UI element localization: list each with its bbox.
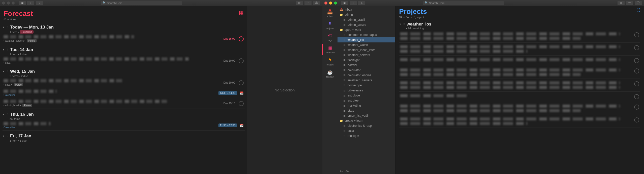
add-button[interactable]: + xyxy=(27,1,34,5)
status-circle[interactable] xyxy=(239,80,244,85)
add-button[interactable]: + xyxy=(350,1,357,5)
add-icon[interactable]: +▾ xyxy=(340,169,343,173)
close-button[interactable] xyxy=(324,2,327,5)
nav-projects[interactable]: ⠿Projects xyxy=(322,20,338,31)
minimize-button[interactable] xyxy=(7,2,10,5)
project-header[interactable]: ▼ ⠿ weather_ios xyxy=(399,22,640,27)
view-title: Forecast xyxy=(4,10,33,18)
tree-project[interactable]: ≣battery xyxy=(338,63,395,68)
tree-project[interactable]: ≣calculator_engine xyxy=(338,73,395,78)
task-row[interactable]: • weather_servers • Perso Due 15:00 xyxy=(3,34,245,44)
nav-review[interactable]: ☕Review xyxy=(322,68,338,80)
status-circle[interactable] xyxy=(634,45,639,50)
nav-inbox[interactable]: 📥Inbox xyxy=(322,8,338,19)
day-group: ▼ ⠿ Fri, 17 Jan 1 item • 1 due xyxy=(3,133,245,142)
nav-forecast[interactable]: ▦Forecast xyxy=(322,44,338,55)
inbox-button[interactable]: ⇩ xyxy=(358,1,365,5)
status-circle[interactable] xyxy=(634,81,639,86)
task-row[interactable] xyxy=(399,30,640,43)
task-row[interactable] xyxy=(399,56,640,66)
close-button[interactable] xyxy=(2,2,5,5)
tree-project[interactable]: ≣admin_suisse xyxy=(338,22,395,27)
tree-project[interactable]: ≣electronics & raspi xyxy=(338,123,395,128)
day-subtitle: no items xyxy=(10,117,245,120)
status-circle[interactable] xyxy=(634,32,639,37)
tree-project[interactable]: ≣astrofeel xyxy=(338,98,395,103)
day-header[interactable]: ▼ ⠿ Wed, 15 Jan xyxy=(3,68,245,74)
due-label: Due 15:00 xyxy=(223,37,235,40)
inspector-button[interactable]: ⓘ xyxy=(635,1,642,5)
view-button[interactable]: 👁 xyxy=(296,1,303,5)
inbox-button[interactable]: ⇩ xyxy=(36,1,43,5)
task-row[interactable]: • casa • Perso Due 10:00 xyxy=(3,78,245,88)
tree-project[interactable]: ≣weather_servers xyxy=(338,53,395,58)
nav-flagged[interactable]: ⚑Flagged xyxy=(322,56,338,67)
calendar-row[interactable]: Calendrier 13:30 – 14:30 📅 xyxy=(3,88,245,98)
calendar-row[interactable]: Calendrier 11:30 – 12:30 📅 xyxy=(3,120,245,131)
task-project: • admin_brasil • xyxy=(4,104,21,107)
zoom-button[interactable] xyxy=(334,2,337,5)
review-icon: ☕ xyxy=(322,69,338,75)
tree-project[interactable]: ≣flashlight xyxy=(338,58,395,63)
tree-project[interactable]: ≣smart_list_vadim xyxy=(338,113,395,118)
search-placeholder: Search Here xyxy=(107,2,123,5)
day-header[interactable]: ▼ ⠿ Today — Mon, 13 Jan xyxy=(3,24,245,30)
tree-project[interactable]: ≣calculator xyxy=(338,68,395,73)
status-circle[interactable] xyxy=(634,105,639,110)
tree-project[interactable]: ≣weather_ios xyxy=(338,37,395,42)
status-circle[interactable] xyxy=(634,117,639,122)
tree-inbox[interactable]: 📥Inbox xyxy=(338,7,395,12)
task-row[interactable] xyxy=(399,66,640,79)
nav-tags[interactable]: 🏷Tags xyxy=(322,32,338,43)
gear-icon[interactable]: ⚙▾ xyxy=(345,169,350,173)
task-project: • weather_servers • xyxy=(4,39,25,42)
status-circle[interactable] xyxy=(634,58,639,63)
status-circle[interactable] xyxy=(239,101,244,106)
zoom-button[interactable] xyxy=(12,2,15,5)
minimize-button[interactable] xyxy=(329,2,332,5)
search-input[interactable]: 🔍 Search Here xyxy=(101,1,182,5)
tree-project[interactable]: ≣musique xyxy=(338,133,395,138)
search-icon: 🔍 xyxy=(425,1,428,5)
sidebar-toggle[interactable]: ▣ xyxy=(19,1,26,5)
task-row[interactable] xyxy=(399,43,640,56)
tree-project[interactable]: ≣astrolove xyxy=(338,93,395,98)
tree-project[interactable]: ≣admin_brasil xyxy=(338,17,395,22)
day-header[interactable]: ▼ ⠿ Thu, 16 Jan xyxy=(3,111,245,117)
tree-project[interactable]: ≣weather_watch xyxy=(338,42,395,47)
task-row[interactable] xyxy=(399,102,640,115)
tree-project[interactable]: ≣stats xyxy=(338,108,395,113)
search-input[interactable]: 🔍 Search Here xyxy=(423,1,504,5)
tags-icon: 🏷 xyxy=(322,33,338,39)
tree-project[interactable]: ≣casa xyxy=(338,128,395,133)
view-button[interactable]: 👁 xyxy=(618,1,625,5)
tree-project[interactable]: ≣marketing xyxy=(338,103,395,108)
task-row[interactable] xyxy=(399,92,640,102)
tree-folder[interactable]: 📁admin xyxy=(338,12,395,17)
task-row[interactable]: • admin_brasil • Perso Due 15:10 xyxy=(3,98,245,109)
inspector-button[interactable]: ⓘ xyxy=(313,1,320,5)
status-circle[interactable] xyxy=(239,36,244,41)
tree-project[interactable]: ≣smalltech_servers xyxy=(338,78,395,83)
tree-project[interactable]: ≣weather_ideas_later xyxy=(338,47,395,53)
task-row[interactable] xyxy=(399,115,640,128)
status-circle[interactable] xyxy=(239,58,244,63)
tree-folder[interactable]: 📁apps + work xyxy=(338,27,395,32)
chevron-down-icon: ▼ xyxy=(3,70,5,73)
tree-project[interactable]: ≣bibleverses xyxy=(338,88,395,93)
grip-icon: ⠿ xyxy=(403,23,405,26)
day-header[interactable]: ▼ ⠿ Fri, 17 Jan xyxy=(3,133,245,139)
search-placeholder: Search Here xyxy=(429,2,445,5)
tree-project[interactable]: ≣common et moreapps xyxy=(338,32,395,37)
calendar-label: Calendrier xyxy=(4,94,216,96)
tree-project[interactable]: ≣horoscope xyxy=(338,83,395,88)
sidebar-toggle[interactable]: ▣ xyxy=(341,1,348,5)
status-circle[interactable] xyxy=(634,94,639,99)
more-button[interactable]: ⋯ xyxy=(626,1,633,5)
tree-folder[interactable]: 📁create + learn xyxy=(338,118,395,123)
task-row[interactable] xyxy=(399,79,640,92)
status-circle[interactable] xyxy=(634,68,639,73)
day-header[interactable]: ▼ ⠿ Tue, 14 Jan xyxy=(3,47,245,53)
task-row[interactable]: • casa Due 10:00 xyxy=(3,56,245,66)
more-button[interactable]: ⋯ xyxy=(304,1,312,5)
